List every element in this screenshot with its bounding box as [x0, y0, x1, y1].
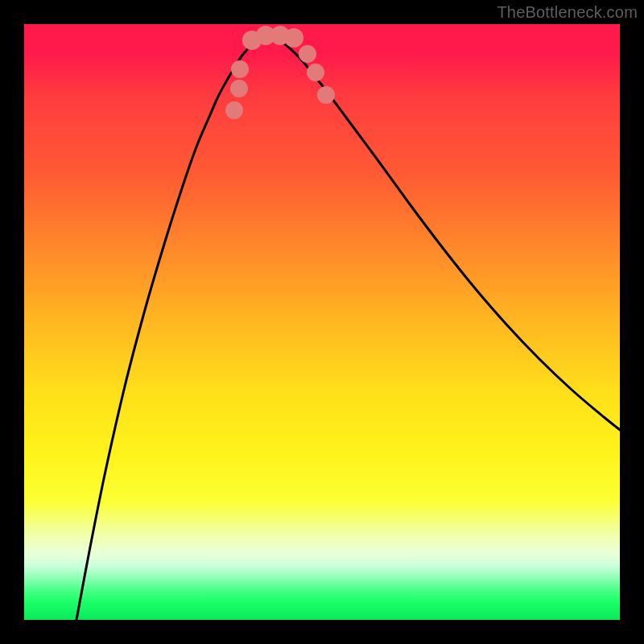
outer-frame: TheBottleneck.com: [0, 0, 644, 644]
chart-svg: [24, 24, 620, 620]
highlight-dot-6: [284, 28, 303, 47]
highlight-dot-9: [317, 86, 335, 104]
highlight-dot-8: [307, 64, 324, 81]
plot-area: [24, 24, 620, 620]
highlight-dot-7: [299, 45, 316, 63]
highlight-dot-0: [225, 101, 243, 119]
highlight-dot-2: [231, 60, 249, 78]
watermark-text: TheBottleneck.com: [497, 3, 638, 22]
curve-layer: [76, 36, 620, 620]
curve-left-curve: [76, 36, 266, 620]
marker-layer: [225, 26, 335, 119]
highlight-dot-1: [230, 80, 248, 97]
